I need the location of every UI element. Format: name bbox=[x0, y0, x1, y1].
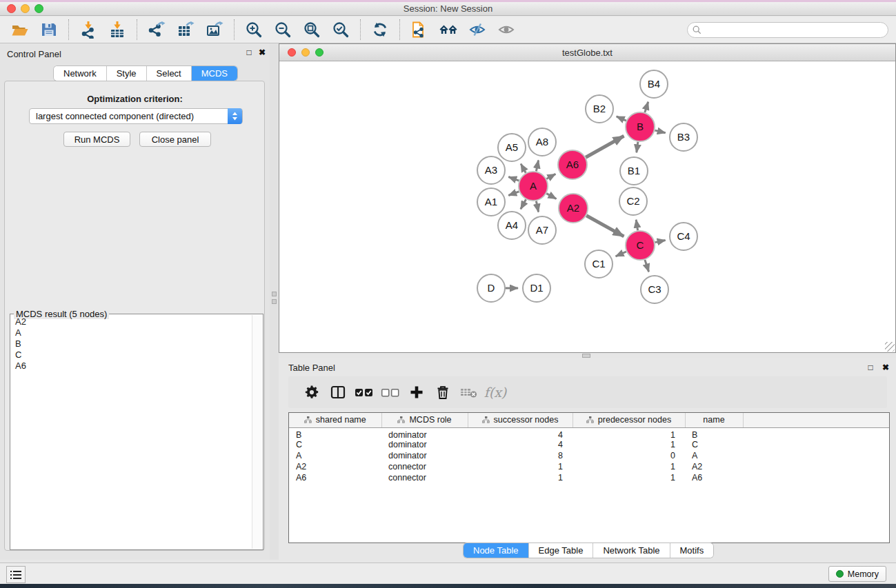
tab-motifs[interactable]: Motifs bbox=[670, 543, 714, 558]
edge-A-A1[interactable] bbox=[508, 192, 519, 196]
search-input[interactable] bbox=[705, 24, 888, 37]
resize-grip-icon[interactable] bbox=[885, 342, 895, 352]
criterion-dropdown[interactable]: largest connected component (directed) bbox=[29, 108, 243, 124]
graph-node-A7[interactable]: A7 bbox=[528, 216, 556, 244]
graph-node-B1[interactable]: B1 bbox=[620, 157, 648, 185]
save-session-button[interactable] bbox=[34, 19, 63, 41]
edge-A6-B[interactable] bbox=[586, 136, 624, 157]
column-header-mcds-role[interactable]: MCDS role bbox=[381, 413, 468, 427]
app-titlebar[interactable]: Session: New Session bbox=[0, 2, 896, 16]
graph-node-A1[interactable]: A1 bbox=[477, 188, 505, 216]
import-table-button[interactable] bbox=[103, 19, 132, 41]
graph-node-A3[interactable]: A3 bbox=[477, 156, 505, 184]
table-row[interactable]: Bdominator41B bbox=[289, 427, 889, 440]
tab-edge-table[interactable]: Edge Table bbox=[529, 543, 594, 558]
network-window-titlebar[interactable]: testGlobe.txt bbox=[279, 44, 895, 61]
graph-node-D1[interactable]: D1 bbox=[523, 274, 550, 302]
network-from-file-button[interactable] bbox=[405, 19, 434, 41]
edge-A-A6[interactable] bbox=[546, 174, 555, 179]
show-columns-button[interactable] bbox=[326, 381, 350, 404]
edge-B-B1[interactable] bbox=[637, 142, 638, 153]
network-graph[interactable]: B4 B2 B B3 A5 A8 A6 A3 B1 A A1 C2 A2 bbox=[279, 61, 895, 352]
graph-node-B2[interactable]: B2 bbox=[586, 95, 613, 123]
edge-C-C4[interactable] bbox=[655, 241, 666, 243]
vertical-split-divider[interactable] bbox=[270, 43, 279, 560]
column-header-name[interactable]: name bbox=[685, 413, 743, 427]
edge-B-B3[interactable] bbox=[655, 130, 665, 133]
tab-node-table[interactable]: Node Table bbox=[464, 543, 529, 558]
tab-style[interactable]: Style bbox=[107, 66, 147, 81]
tab-network-table[interactable]: Network Table bbox=[593, 543, 670, 558]
graph-node-C4[interactable]: C4 bbox=[670, 223, 697, 250]
edge-A-A5[interactable] bbox=[521, 164, 526, 173]
task-history-button[interactable] bbox=[6, 566, 26, 583]
edge-B-B2[interactable] bbox=[617, 116, 626, 121]
column-header-predecessor-nodes[interactable]: predecessor nodes bbox=[573, 413, 685, 427]
close-panel-icon[interactable]: ✖ bbox=[257, 48, 267, 57]
tab-mcds[interactable]: MCDS bbox=[192, 66, 237, 81]
graph-node-C3[interactable]: C3 bbox=[641, 276, 668, 303]
open-session-button[interactable] bbox=[6, 19, 34, 41]
graph-node-C1[interactable]: C1 bbox=[585, 250, 613, 278]
column-header-successor-nodes[interactable]: successor nodes bbox=[468, 413, 573, 427]
table-row[interactable]: A6connector11A6 bbox=[289, 472, 889, 483]
run-mcds-button[interactable]: Run MCDS bbox=[63, 132, 130, 147]
graph-node-D[interactable]: D bbox=[477, 274, 505, 302]
zoom-selected-button[interactable] bbox=[326, 19, 355, 41]
tab-select[interactable]: Select bbox=[147, 66, 192, 81]
graph-node-A2[interactable]: A2 bbox=[559, 194, 588, 223]
select-all-columns-button[interactable] bbox=[352, 381, 377, 404]
graph-node-A6[interactable]: A6 bbox=[558, 150, 587, 179]
column-header-shared-name[interactable]: shared name bbox=[289, 413, 381, 427]
edge-A-A8[interactable] bbox=[536, 161, 538, 172]
graph-node-B4[interactable]: B4 bbox=[640, 70, 668, 98]
graph-node-B3[interactable]: B3 bbox=[670, 123, 697, 151]
export-table-button[interactable] bbox=[171, 19, 200, 41]
edge-C-C1[interactable] bbox=[616, 252, 626, 256]
graph-node-A5[interactable]: A5 bbox=[498, 134, 526, 161]
float-table-panel-icon[interactable]: □ bbox=[866, 363, 875, 372]
edge-C-C3[interactable] bbox=[645, 260, 649, 272]
graph-node-A8[interactable]: A8 bbox=[528, 128, 556, 156]
float-panel-icon[interactable]: □ bbox=[244, 48, 254, 57]
graph-node-C[interactable]: C bbox=[626, 231, 655, 260]
search-field[interactable] bbox=[687, 22, 888, 38]
edge-A-A7[interactable] bbox=[536, 201, 538, 212]
table-row[interactable]: A2connector11A2 bbox=[289, 461, 889, 472]
unselect-all-columns-button[interactable] bbox=[378, 381, 403, 404]
result-scrollbar[interactable] bbox=[252, 315, 262, 549]
delete-columns-button[interactable] bbox=[430, 381, 455, 404]
close-table-panel-icon[interactable]: ✖ bbox=[881, 363, 890, 372]
edge-A-A2[interactable] bbox=[546, 194, 556, 199]
graph-node-B[interactable]: B bbox=[626, 112, 655, 141]
table-row[interactable]: Cdominator41C bbox=[289, 440, 889, 451]
zoom-in-button[interactable] bbox=[239, 19, 268, 41]
zoom-fit-button[interactable] bbox=[297, 19, 326, 41]
divider-grabber[interactable] bbox=[272, 292, 277, 296]
edge-C-C2[interactable] bbox=[636, 220, 637, 231]
edge-A2-C[interactable] bbox=[586, 216, 624, 236]
close-panel-button[interactable]: Close panel bbox=[139, 132, 211, 147]
horizontal-split-divider[interactable] bbox=[279, 353, 896, 358]
export-image-button[interactable] bbox=[200, 19, 229, 41]
table-row[interactable]: Adominator80A bbox=[289, 450, 889, 461]
hide-graphics-details-button[interactable] bbox=[463, 19, 492, 41]
divider-grabber[interactable] bbox=[582, 354, 590, 358]
table-settings-button[interactable] bbox=[299, 381, 324, 404]
graph-node-C2[interactable]: C2 bbox=[619, 187, 647, 215]
edge-A-A4[interactable] bbox=[521, 199, 526, 209]
edge-A-A3[interactable] bbox=[508, 177, 519, 181]
divider-grabber[interactable] bbox=[272, 299, 277, 304]
graph-node-A4[interactable]: A4 bbox=[498, 212, 526, 239]
import-network-button[interactable] bbox=[74, 19, 103, 41]
home-view-button[interactable] bbox=[434, 19, 463, 41]
show-graphics-details-button[interactable] bbox=[492, 19, 521, 41]
edge-B-B4[interactable] bbox=[645, 102, 648, 112]
memory-button[interactable]: Memory bbox=[828, 566, 886, 582]
export-network-button[interactable] bbox=[142, 19, 171, 41]
refresh-view-button[interactable] bbox=[366, 19, 395, 41]
tab-network[interactable]: Network bbox=[54, 66, 107, 81]
create-column-button[interactable] bbox=[404, 381, 429, 404]
zoom-out-button[interactable] bbox=[268, 19, 297, 41]
graph-node-A[interactable]: A bbox=[519, 172, 548, 201]
